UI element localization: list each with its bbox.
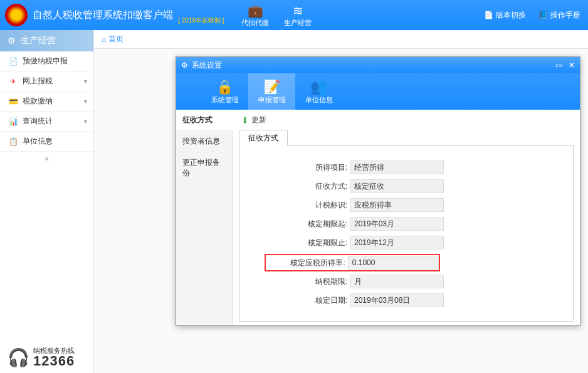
tab-unit-info[interactable]: 👥 单位信息 xyxy=(295,73,342,110)
value-taxable-rate[interactable]: 0.1000 xyxy=(348,256,439,270)
manual-label: 操作手册 xyxy=(550,10,580,21)
home-icon: ⌂ xyxy=(102,35,106,44)
sidebar-collapse[interactable]: « xyxy=(0,152,93,165)
breadcrumb-home[interactable]: 首页 xyxy=(108,34,123,45)
wallet-icon: 💼 xyxy=(248,3,263,17)
update-label: 更新 xyxy=(251,115,266,125)
card-icon: 💳 xyxy=(8,97,19,106)
value-income-item[interactable]: 经营所得 xyxy=(350,160,444,174)
header-withholding[interactable]: 💼 代扣代缴 xyxy=(241,3,269,28)
label-income-item: 所得项目: xyxy=(290,162,350,173)
version-switch[interactable]: 📄 版本切换 xyxy=(484,10,526,21)
sidebar-item-online-tax[interactable]: ✈ 网上报税 ▾ xyxy=(0,71,93,92)
chevron-down-icon: ▾ xyxy=(84,98,87,105)
update-button[interactable]: ⬇ 更新 xyxy=(239,113,574,129)
value-period-start[interactable]: 2019年03月 xyxy=(350,217,444,231)
value-tax-flag[interactable]: 应税所得率 xyxy=(350,198,444,212)
sidebar-header: ⚙ 生产经营 xyxy=(0,30,93,51)
list-icon: 📊 xyxy=(8,117,19,126)
send-icon: ✈ xyxy=(8,77,19,86)
manual[interactable]: 📘 操作手册 xyxy=(538,10,580,21)
chevron-down-icon: ▾ xyxy=(84,118,87,125)
tab-declare-manage[interactable]: 📝 申报管理 xyxy=(248,73,295,110)
sidebar-item-query[interactable]: 📊 查询统计 ▾ xyxy=(0,112,93,132)
sidebar-item-label: 单位信息 xyxy=(23,136,53,147)
coins-icon: ≋ xyxy=(293,3,303,17)
maximize-icon[interactable]: ▭ xyxy=(555,61,562,70)
tab-label: 单位信息 xyxy=(305,95,333,105)
users-icon: 👥 xyxy=(310,79,327,95)
lock-icon: 🔒 xyxy=(216,79,233,95)
inner-tab-collection[interactable]: 征收方式 xyxy=(239,130,288,146)
version-switch-label: 版本切换 xyxy=(496,10,526,21)
sidebar: ⚙ 生产经营 📄 预缴纳税申报 ✈ 网上报税 ▾ 💳 税款缴纳 ▾ 📊 查询统计… xyxy=(0,30,94,373)
header-withholding-label: 代扣代缴 xyxy=(241,18,269,28)
gear-icon: ⚙ xyxy=(181,61,188,70)
form-panel: 所得项目: 经营所得 征收方式: 核定征收 计税标识: 应税所得率 核定期限起:… xyxy=(239,145,574,322)
tab-label: 申报管理 xyxy=(258,95,286,105)
gear-icon: ⚙ xyxy=(8,36,16,46)
modal-side-collection[interactable]: 征收方式 xyxy=(176,110,233,131)
value-collection-method[interactable]: 核定征收 xyxy=(350,179,444,193)
label-approve-date: 核定日期: xyxy=(290,295,350,306)
sidebar-item-prepay[interactable]: 📄 预缴纳税申报 xyxy=(0,51,93,71)
modal-side-correction[interactable]: 更正申报备份 xyxy=(176,152,232,184)
tab-label: 系统管理 xyxy=(211,95,239,105)
sidebar-item-tax-pay[interactable]: 💳 税款缴纳 ▾ xyxy=(0,92,93,112)
close-icon[interactable]: ✕ xyxy=(569,61,575,70)
app-title: 自然人税收管理系统扣缴客户端 xyxy=(33,9,173,22)
value-period-end[interactable]: 2019年12月 xyxy=(350,236,444,250)
label-period-start: 核定期限起: xyxy=(290,219,350,229)
sidebar-title: 生产经营 xyxy=(21,35,56,46)
label-taxable-rate: 核定应税所得率: xyxy=(290,258,348,268)
book-icon: 📘 xyxy=(538,11,548,19)
label-period-end: 核定期限止: xyxy=(290,238,350,248)
collapse-icon: « xyxy=(45,154,49,163)
value-tax-period[interactable]: 月 xyxy=(350,275,444,288)
tab-system-manage[interactable]: 🔒 系统管理 xyxy=(201,73,248,110)
sidebar-item-label: 税款缴纳 xyxy=(23,96,53,107)
app-subtitle: [ 2019年新税制 ] xyxy=(178,16,224,25)
hotline-number: 12366 xyxy=(33,354,75,368)
settings-modal: ⚙ 系统设置 ▭ ✕ 🔒 系统管理 📝 申报管理 👥 单位信息 征收方式 投资者… xyxy=(176,56,580,326)
headset-icon: 🎧 xyxy=(8,347,29,368)
modal-titlebar[interactable]: ⚙ 系统设置 ▭ ✕ xyxy=(176,57,580,73)
label-collection-method: 征收方式: xyxy=(290,181,350,192)
app-header: 自然人税收管理系统扣缴客户端 [ 2019年新税制 ] 💼 代扣代缴 ≋ 生产经… xyxy=(0,0,588,30)
sidebar-item-label: 预缴纳税申报 xyxy=(23,56,68,66)
modal-sidebar: 征收方式 投资者信息 更正申报备份 xyxy=(176,110,233,325)
modal-content: ⬇ 更新 征收方式 所得项目: 经营所得 征收方式: 核定征收 xyxy=(233,110,580,325)
modal-title: 系统设置 xyxy=(192,60,222,71)
download-icon: ⬇ xyxy=(241,115,249,125)
chevron-down-icon: ▾ xyxy=(84,78,87,85)
modal-tabs: 🔒 系统管理 📝 申报管理 👥 单位信息 xyxy=(176,73,580,110)
sidebar-item-label: 网上报税 xyxy=(23,76,53,87)
highlighted-row: 核定应税所得率: 0.1000 xyxy=(265,254,440,271)
sidebar-item-label: 查询统计 xyxy=(23,116,53,127)
doc-icon: 📄 xyxy=(484,11,493,19)
modal-side-investor[interactable]: 投资者信息 xyxy=(176,131,232,152)
label-tax-period: 纳税期限: xyxy=(290,276,350,287)
sidebar-item-unit-info[interactable]: 📋 单位信息 xyxy=(0,132,93,152)
breadcrumb: ⌂ 首页 xyxy=(94,30,588,49)
app-logo xyxy=(5,4,28,26)
value-approve-date[interactable]: 2019年03月08日 xyxy=(350,293,444,307)
doc-icon: 📄 xyxy=(8,57,19,66)
header-production[interactable]: ≋ 生产经营 xyxy=(284,3,312,28)
header-production-label: 生产经营 xyxy=(284,18,312,28)
label-tax-flag: 计税标识: xyxy=(290,200,350,211)
hotline: 🎧 纳税服务热线 12366 xyxy=(8,347,75,368)
edit-doc-icon: 📝 xyxy=(263,79,280,95)
form-icon: 📋 xyxy=(8,137,19,146)
